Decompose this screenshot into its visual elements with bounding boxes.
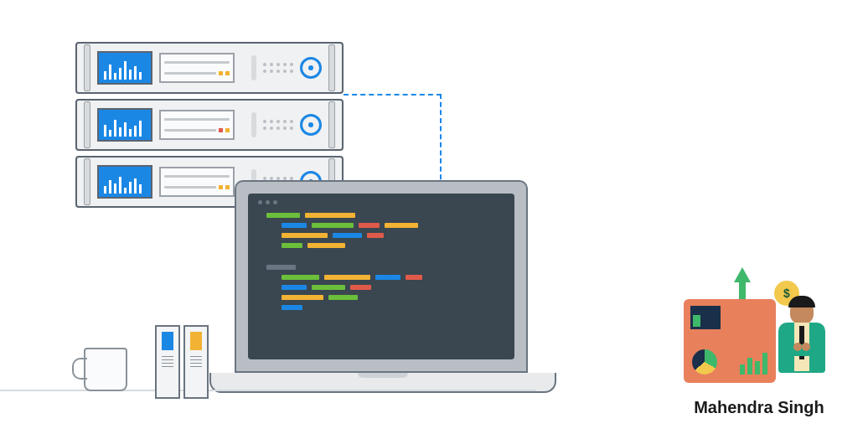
books-icon xyxy=(155,325,209,399)
server-panel-icon xyxy=(159,110,235,140)
server-display-icon xyxy=(97,165,152,199)
server-display-icon xyxy=(97,51,152,85)
server-unit xyxy=(75,42,344,94)
server-panel-icon xyxy=(159,53,235,83)
server-display-icon xyxy=(97,108,152,142)
vent-dots-icon xyxy=(263,63,293,73)
pie-chart-icon xyxy=(692,349,717,375)
growth-arrow-icon xyxy=(734,267,751,282)
laptop-icon xyxy=(235,180,556,393)
power-button-icon xyxy=(300,57,322,79)
server-panel-icon xyxy=(159,167,235,197)
vent-dots-icon xyxy=(263,120,293,130)
person-icon xyxy=(774,299,829,391)
desk-surface xyxy=(0,390,536,391)
mug-icon xyxy=(84,348,127,391)
analytics-dashboard-icon xyxy=(684,299,776,383)
author-name: Mahendra Singh xyxy=(684,398,834,417)
server-unit xyxy=(75,99,344,151)
code-editor-icon xyxy=(248,194,514,359)
illustration-scene xyxy=(75,42,578,402)
power-button-icon xyxy=(300,114,322,136)
businessman-chart-icon: $ xyxy=(684,274,834,391)
connection-line-icon xyxy=(344,94,442,188)
bar-chart-icon xyxy=(740,349,767,375)
author-signature: $ Mahendra Singh xyxy=(684,274,834,417)
